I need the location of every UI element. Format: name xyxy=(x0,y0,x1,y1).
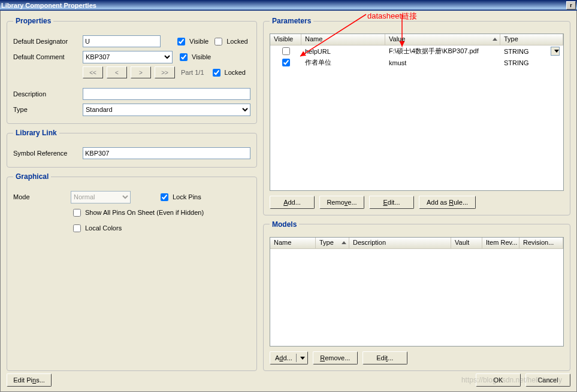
models-add-button[interactable]: Add... xyxy=(270,351,308,364)
parameters-add-button[interactable]: Add... xyxy=(270,196,315,209)
part-next-button[interactable]: > xyxy=(131,66,151,78)
param-value: kmust xyxy=(385,59,500,67)
mode-label: Mode xyxy=(13,193,67,200)
sort-asc-icon xyxy=(342,241,346,244)
local-colors-checkbox[interactable]: Local Colors xyxy=(71,223,122,234)
default-designator-label: Default Designator xyxy=(13,38,79,45)
parameters-add-as-rule-button[interactable]: Add as Rule... xyxy=(419,196,476,209)
models-header-type[interactable]: Type xyxy=(316,238,349,248)
type-label: Type xyxy=(13,106,79,113)
default-comment-label: Default Comment xyxy=(13,53,79,60)
title-bar: Library Component Properties r xyxy=(0,0,577,11)
models-remove-button[interactable]: Remove... xyxy=(313,351,358,364)
part-prev-button[interactable]: < xyxy=(107,66,127,78)
models-legend: Models xyxy=(270,220,299,229)
models-header-revision[interactable]: Revision... xyxy=(519,238,563,248)
symbol-reference-input[interactable] xyxy=(83,147,250,159)
chevron-down-icon[interactable] xyxy=(551,47,560,56)
sort-asc-icon xyxy=(493,38,497,41)
symbol-reference-label: Symbol Reference xyxy=(13,150,79,157)
lock-pins-checkbox[interactable]: Lock Pins xyxy=(158,192,201,203)
mode-select[interactable]: Normal xyxy=(71,191,131,203)
table-row[interactable]: helpURLF:\硕士\4数据手册\KBP307.pdfSTRING xyxy=(270,45,563,57)
comment-visible-checkbox[interactable]: Visible xyxy=(177,51,211,63)
designator-visible-checkbox[interactable]: Visible xyxy=(175,36,209,47)
edit-pins-button[interactable]: Edit Pins... xyxy=(7,373,52,387)
part-label: Part 1/1 xyxy=(181,69,204,76)
default-comment-select[interactable]: KBP307 xyxy=(83,51,173,63)
parameters-header-type[interactable]: Type xyxy=(500,34,563,45)
models-header-vault[interactable]: Vault xyxy=(451,238,482,248)
default-designator-input[interactable] xyxy=(83,35,161,47)
models-header-description[interactable]: Description xyxy=(349,238,451,248)
param-visible-checkbox[interactable] xyxy=(282,59,290,66)
parameters-legend: Parameters xyxy=(270,17,313,25)
description-label: Description xyxy=(13,90,79,98)
param-value: F:\硕士\4数据手册\KBP307.pdf xyxy=(385,46,500,56)
param-type: STRING xyxy=(500,46,563,56)
properties-legend: Properties xyxy=(13,17,53,25)
models-edit-button[interactable]: Edit... xyxy=(362,351,407,364)
parameters-header-value[interactable]: Value xyxy=(385,34,500,45)
param-visible-checkbox[interactable] xyxy=(282,47,290,55)
graphical-group: Graphical Mode Normal Lock Pins Show All… xyxy=(7,172,257,371)
description-input[interactable] xyxy=(83,88,250,100)
param-name: helpURL xyxy=(301,47,385,56)
ok-button[interactable]: OK xyxy=(476,373,521,387)
type-select[interactable]: Standard xyxy=(83,104,250,116)
models-group: Models Name Type Description Vault Item … xyxy=(263,220,570,371)
models-header-item-rev[interactable]: Item Rev... xyxy=(482,238,519,248)
models-grid[interactable]: Name Type Description Vault Item Rev... … xyxy=(270,237,564,347)
table-row[interactable]: 作者单位kmustSTRING xyxy=(270,57,563,68)
cancel-button[interactable]: Cancel xyxy=(525,373,570,387)
parameters-remove-button[interactable]: Remove... xyxy=(319,196,364,209)
models-header-name[interactable]: Name xyxy=(270,238,316,248)
parameters-group: Parameters Visible Name Value Type helpU… xyxy=(263,17,570,215)
designator-locked-checkbox[interactable]: Locked xyxy=(212,36,247,47)
param-name: 作者单位 xyxy=(301,57,385,68)
part-first-button[interactable]: << xyxy=(83,66,103,78)
parameters-header-visible[interactable]: Visible xyxy=(270,34,301,45)
parameters-header-name[interactable]: Name xyxy=(301,34,385,45)
properties-group: Properties Default Designator Visible Lo… xyxy=(7,17,257,124)
parameters-edit-button[interactable]: Edit... xyxy=(369,196,414,209)
window-title: Library Component Properties xyxy=(1,2,96,9)
graphical-legend: Graphical xyxy=(13,172,51,181)
close-icon[interactable]: r xyxy=(566,1,576,10)
parameters-grid[interactable]: Visible Name Value Type helpURLF:\硕士\4数据… xyxy=(270,34,564,191)
library-link-legend: Library Link xyxy=(13,129,59,137)
part-locked-checkbox[interactable]: Locked xyxy=(210,67,246,78)
chevron-down-icon xyxy=(300,357,305,360)
library-link-group: Library Link Symbol Reference xyxy=(7,129,257,168)
show-all-pins-checkbox[interactable]: Show All Pins On Sheet (Even if Hidden) xyxy=(71,207,204,218)
param-type: STRING xyxy=(500,59,563,67)
part-last-button[interactable]: >> xyxy=(155,66,175,78)
